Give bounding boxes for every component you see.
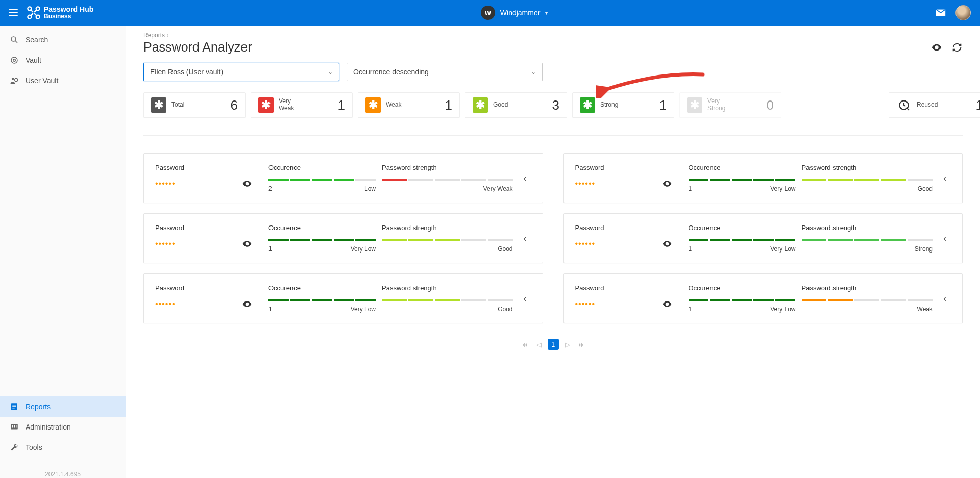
- tile-value: 3: [552, 97, 559, 113]
- card-label-occurrence: Occurence: [268, 164, 376, 171]
- expand-card-icon[interactable]: ‹: [939, 293, 951, 304]
- user-avatar[interactable]: [955, 5, 971, 20]
- svg-rect-15: [14, 425, 15, 428]
- brand-line1: Password Hub: [44, 6, 93, 13]
- tile-total[interactable]: ✱Total6: [143, 92, 246, 118]
- brand-logo[interactable]: Password Hub Business: [27, 6, 93, 20]
- workspace-badge: W: [481, 6, 495, 20]
- password-card: Password••••••Occurence2LowPassword stre…: [143, 153, 543, 203]
- password-card: Password••••••Occurence1Very LowPassword…: [143, 273, 543, 323]
- occurrence-count: 1: [689, 306, 692, 313]
- tile-very-strong[interactable]: ✱VeryStrong0: [679, 92, 781, 118]
- strength-label: Weak: [917, 306, 933, 313]
- svg-point-22: [666, 243, 668, 244]
- sidebar-item-label: Reports: [26, 402, 51, 411]
- reveal-password-icon[interactable]: [242, 299, 252, 309]
- tile-very-weak[interactable]: ✱VeryWeak1: [251, 92, 353, 118]
- chevron-down-icon[interactable]: ▾: [545, 10, 548, 16]
- tile-label: Total: [172, 102, 226, 109]
- card-label-password: Password: [575, 164, 682, 171]
- vault-select-value: Ellen Ross (User vault): [150, 68, 223, 76]
- masked-password: ••••••: [155, 299, 176, 309]
- app-header: Password Hub Business W Windjammer ▾: [0, 0, 980, 26]
- card-label-occurrence: Occurence: [689, 284, 796, 292]
- expand-card-icon[interactable]: ‹: [519, 173, 531, 184]
- asterisk-icon: ✱: [473, 97, 488, 113]
- sidebar-item-reports-icon: [9, 401, 19, 412]
- sidebar-item-vault[interactable]: Vault: [0, 50, 126, 70]
- svg-point-19: [246, 183, 248, 184]
- svg-point-17: [936, 46, 938, 48]
- tile-value: 1: [338, 97, 345, 113]
- asterisk-icon: ✱: [151, 97, 166, 113]
- tile-label: VeryStrong: [707, 98, 762, 112]
- sidebar-item-vault-icon: [9, 55, 19, 65]
- password-card: Password••••••Occurence1Very LowPassword…: [564, 153, 963, 203]
- sidebar-item-user-vault[interactable]: User Vault: [0, 70, 126, 91]
- card-label-password: Password: [575, 284, 682, 292]
- reveal-password-icon[interactable]: [662, 179, 672, 189]
- sidebar-item-administration[interactable]: Administration: [0, 417, 126, 437]
- svg-point-24: [666, 303, 668, 305]
- sidebar-item-label: Administration: [26, 423, 71, 431]
- vault-select[interactable]: Ellen Ross (User vault) ⌄: [143, 63, 339, 81]
- occurrence-count: 1: [689, 245, 692, 253]
- visibility-icon[interactable]: [931, 42, 942, 53]
- tile-label: Good: [493, 102, 547, 109]
- tile-value: 1: [976, 97, 980, 113]
- workspace-name[interactable]: Windjammer: [500, 9, 541, 17]
- reveal-password-icon[interactable]: [662, 239, 672, 249]
- expand-card-icon[interactable]: ‹: [519, 293, 531, 304]
- occurrence-label: Very Low: [770, 245, 795, 253]
- breadcrumb-reports[interactable]: Reports: [143, 32, 165, 39]
- card-label-password: Password: [155, 224, 262, 232]
- masked-password: ••••••: [155, 239, 176, 248]
- reveal-password-icon[interactable]: [242, 179, 252, 189]
- expand-card-icon[interactable]: ‹: [939, 173, 951, 184]
- menu-toggle[interactable]: [7, 7, 19, 19]
- sidebar-item-reports[interactable]: Reports: [0, 396, 126, 417]
- tile-strong[interactable]: ✱Strong1: [572, 92, 674, 118]
- page-next[interactable]: ▷: [562, 339, 573, 350]
- tile-reused[interactable]: Reused1: [889, 92, 980, 118]
- refresh-icon[interactable]: [951, 42, 963, 53]
- reused-icon: [896, 97, 912, 113]
- masked-password: ••••••: [155, 179, 176, 188]
- page-last[interactable]: ⏭: [576, 339, 587, 350]
- tile-weak[interactable]: ✱Weak1: [358, 92, 460, 118]
- svg-point-20: [666, 183, 668, 184]
- sidebar-item-label: Tools: [26, 443, 42, 451]
- sidebar-item-tools[interactable]: Tools: [0, 437, 126, 458]
- reveal-password-icon[interactable]: [242, 239, 252, 249]
- card-label-strength: Password strength: [382, 284, 513, 292]
- sidebar-item-search[interactable]: Search: [0, 30, 126, 50]
- card-label-strength: Password strength: [802, 164, 933, 171]
- expand-card-icon[interactable]: ‹: [939, 233, 951, 244]
- tile-value: 0: [767, 97, 774, 113]
- expand-card-icon[interactable]: ‹: [519, 233, 531, 244]
- occurrence-label: Very Low: [351, 245, 376, 253]
- strength-label: Strong: [915, 245, 933, 253]
- sort-select[interactable]: Occurrence descending ⌄: [347, 63, 543, 81]
- mail-icon[interactable]: [935, 7, 946, 18]
- occurrence-count: 2: [268, 185, 272, 192]
- svg-point-7: [12, 78, 14, 80]
- password-card: Password••••••Occurence1Very LowPassword…: [143, 213, 543, 263]
- card-label-strength: Password strength: [382, 224, 513, 232]
- tile-label: VeryWeak: [279, 98, 333, 112]
- page-current[interactable]: 1: [548, 339, 559, 350]
- asterisk-icon: ✱: [687, 97, 702, 113]
- reveal-password-icon[interactable]: [662, 299, 672, 309]
- occurrence-label: Very Low: [770, 185, 795, 192]
- page-first[interactable]: ⏮: [519, 339, 530, 350]
- page-prev[interactable]: ◁: [533, 339, 545, 350]
- sidebar: SearchVaultUser Vault ReportsAdministrat…: [0, 26, 126, 478]
- card-label-password: Password: [575, 224, 682, 232]
- chevron-down-icon: ⌄: [328, 68, 333, 76]
- chevron-down-icon: ⌄: [531, 68, 536, 76]
- masked-password: ••••••: [575, 239, 596, 248]
- svg-rect-11: [12, 406, 16, 407]
- occurrence-label: Very Low: [770, 306, 795, 313]
- tile-good[interactable]: ✱Good3: [465, 92, 567, 118]
- svg-point-23: [246, 303, 248, 305]
